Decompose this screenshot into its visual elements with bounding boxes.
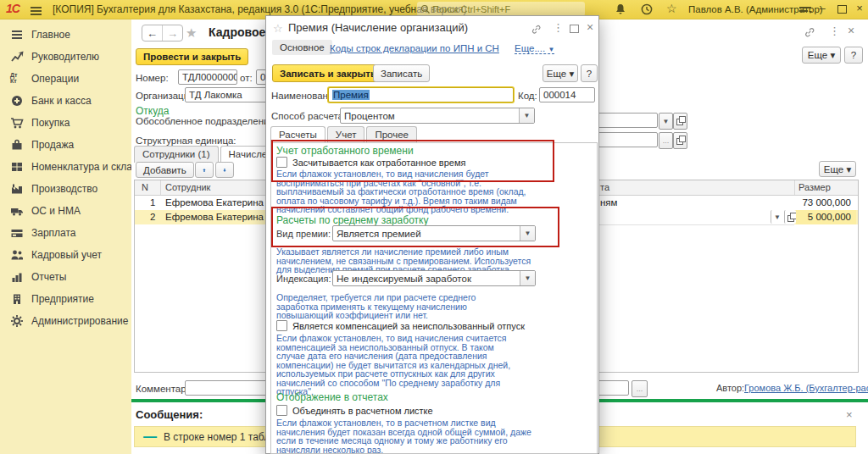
- dialog-nav-more[interactable]: Еще.... ▼: [515, 43, 554, 54]
- messages-header: Сообщения:: [136, 408, 203, 421]
- sidebar-item-label: Предприятие: [31, 293, 94, 305]
- sidebar-item-operations[interactable]: ДтКт Операции: [0, 68, 131, 90]
- document-help-button[interactable]: ?: [844, 47, 863, 64]
- reports-display-hint: Если флажок установлен, то в расчетном л…: [276, 418, 531, 454]
- section-panel: Главное Руководителю ДтКт Операции Банк …: [0, 19, 131, 454]
- forward-arrow-icon[interactable]: →: [162, 25, 182, 41]
- structural-unit-ellipsis-button[interactable]: …: [659, 132, 673, 149]
- tab-calculations[interactable]: Расчеты: [270, 126, 326, 143]
- sidebar-item-main[interactable]: Главное: [0, 24, 131, 46]
- close-document-icon[interactable]: ×: [848, 24, 854, 37]
- sidebar-item-reports[interactable]: Отчеты: [0, 266, 131, 288]
- name-input[interactable]: Премия: [328, 87, 514, 102]
- checkbox-icon[interactable]: [276, 320, 287, 331]
- minimize-button[interactable]: –: [815, 2, 829, 14]
- number-input[interactable]: ТДЛ00000007: [178, 69, 237, 85]
- counted-as-worked-checkbox[interactable]: Засчитывается как отработанное время: [276, 157, 465, 168]
- reports-display-header: Отображение в отчетах: [276, 391, 388, 403]
- separate-subdivision-dropdown[interactable]: ▼: [659, 113, 673, 130]
- service-menu-icon[interactable]: [798, 4, 812, 18]
- dialog-kebab-menu-icon[interactable]: ⋮: [553, 21, 564, 34]
- sidebar-item-fixed-assets[interactable]: ОС и НМА: [0, 200, 131, 222]
- cell-dropdown-icon[interactable]: ▼: [771, 210, 783, 224]
- save-button[interactable]: Записать: [373, 64, 430, 82]
- col3-header-fragment[interactable]: та: [600, 182, 609, 192]
- sidebar-item-administration[interactable]: Администрирование: [0, 310, 131, 332]
- dialog-favorite-star-icon[interactable]: ☆: [273, 22, 283, 35]
- col-n-header[interactable]: N: [142, 182, 148, 192]
- dialog-more-button[interactable]: Еще ▾: [542, 64, 578, 82]
- messages-close-icon[interactable]: ×: [846, 408, 853, 421]
- move-down-button[interactable]: [215, 162, 234, 178]
- notifications-bell-icon[interactable]: [614, 3, 627, 16]
- author-link[interactable]: Громова Ж.Б. (Бухгалтер-расчетчик): [744, 383, 868, 393]
- checkbox-icon[interactable]: [276, 157, 287, 168]
- dialog-close-icon[interactable]: ×: [587, 20, 593, 34]
- tab-employees[interactable]: Сотрудники (1): [134, 146, 219, 163]
- bonus-kind-combo[interactable]: Является премией▼: [332, 225, 536, 241]
- col-size-header[interactable]: Размер: [798, 182, 831, 192]
- indexation-combo[interactable]: Не индексируемый заработок▼: [332, 270, 536, 286]
- dialog-help-button[interactable]: ?: [581, 64, 598, 82]
- post-and-close-button[interactable]: Провести и закрыть: [136, 48, 248, 65]
- sections-icon: [10, 28, 24, 42]
- sidebar-item-enterprise[interactable]: Предприятие: [0, 288, 131, 310]
- favorite-star-icon[interactable]: ★: [186, 25, 197, 41]
- save-and-close-button[interactable]: Записать и закрыть: [272, 64, 384, 82]
- average-earnings-header: Расчеты по среднему заработку: [276, 214, 428, 226]
- sidebar-item-label: Покупка: [31, 117, 70, 129]
- move-up-button[interactable]: [195, 162, 214, 178]
- factory-icon: [10, 182, 24, 196]
- dialog-title: Премия (Начисление организаций): [288, 21, 468, 34]
- sidebar-item-hr[interactable]: Кадровый учет: [0, 244, 131, 266]
- sidebar-item-manager[interactable]: Руководителю: [0, 46, 131, 68]
- dropdown-arrow-icon[interactable]: ▼: [520, 226, 535, 241]
- separate-subdivision-open-icon[interactable]: [673, 113, 687, 130]
- history-icon[interactable]: [640, 3, 654, 16]
- kebab-menu-icon[interactable]: ⋮: [829, 25, 840, 37]
- get-link-icon[interactable]: [804, 26, 815, 42]
- compensation-checkbox[interactable]: Является компенсацией за неиспользованны…: [276, 320, 525, 331]
- sidebar-item-purchase[interactable]: Покупка: [0, 112, 131, 134]
- author-label: Автор:: [716, 383, 744, 393]
- gear-icon: [10, 314, 24, 328]
- table-more-button[interactable]: Еще ▾: [819, 161, 856, 177]
- sidebar-item-bank-cash[interactable]: Банк и касса: [0, 90, 131, 112]
- sidebar-item-salary[interactable]: Зарплата: [0, 222, 131, 244]
- combine-payslip-checkbox[interactable]: Объединять в расчетном листке: [276, 405, 433, 416]
- dropdown-arrow-icon[interactable]: ▼: [520, 271, 535, 285]
- cart-icon: [10, 116, 24, 130]
- add-row-button[interactable]: Добавить: [136, 162, 194, 178]
- tab-other[interactable]: Прочее: [366, 126, 417, 143]
- sidebar-item-production[interactable]: Производство: [0, 178, 131, 200]
- dialog-get-link-icon[interactable]: [531, 23, 542, 38]
- calc-method-combo[interactable]: Процентом▼: [340, 108, 535, 124]
- comment-ellipsis-button[interactable]: …: [632, 380, 648, 397]
- sidebar-item-sales[interactable]: Продажа: [0, 134, 131, 156]
- dialog-maximize-icon[interactable]: [570, 25, 579, 33]
- checkbox-icon[interactable]: [276, 405, 287, 416]
- main-menu-icon[interactable]: [31, 5, 42, 17]
- grid-icon: [10, 160, 24, 174]
- close-app-button[interactable]: ×: [853, 2, 866, 14]
- back-arrow-icon[interactable]: ←: [142, 25, 162, 41]
- document-more-button[interactable]: Еще ▾: [802, 47, 841, 64]
- nav-history-buttons[interactable]: ←→: [142, 25, 183, 42]
- cell-open-icon[interactable]: [784, 210, 796, 224]
- sidebar-item-label: Отчеты: [31, 271, 66, 283]
- global-search[interactable]: [417, 2, 585, 16]
- structural-unit-label: Структурная единица:: [136, 136, 236, 146]
- sidebar-item-inventory[interactable]: Номенклатура и склад: [0, 156, 131, 178]
- structural-unit-open-icon[interactable]: [673, 132, 687, 149]
- sidebar-item-label: Кадровый учет: [31, 249, 102, 261]
- maximize-button[interactable]: [837, 5, 847, 14]
- tab-accounting[interactable]: Учет: [327, 126, 365, 143]
- favorites-star-icon[interactable]: ☆: [666, 2, 680, 15]
- search-input[interactable]: [431, 3, 570, 15]
- sidebar-item-label: ОС и НМА: [31, 205, 81, 217]
- dialog-nav-main[interactable]: Основное: [272, 40, 332, 55]
- dropdown-arrow-icon[interactable]: ▼: [519, 108, 534, 123]
- code-input[interactable]: 000014: [539, 87, 595, 102]
- col-employee-header[interactable]: Сотрудник: [165, 182, 210, 192]
- dialog-nav-declaration-codes[interactable]: Коды строк декларации по ИПН и СН: [330, 43, 499, 53]
